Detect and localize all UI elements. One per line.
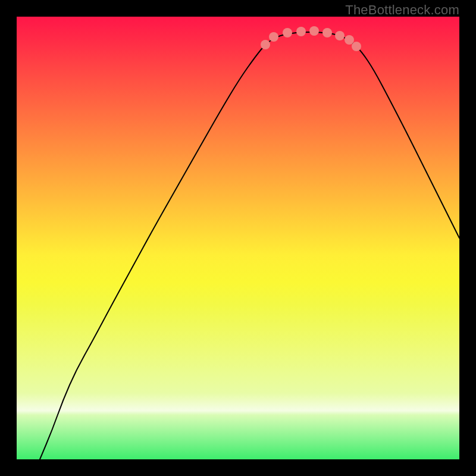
chart-svg (17, 17, 459, 459)
svg-point-7 (345, 35, 354, 45)
svg-point-3 (296, 27, 306, 36)
chart-container: TheBottleneck.com (0, 0, 476, 476)
chart-plot-area (17, 17, 459, 459)
scatter-points (261, 26, 361, 51)
svg-point-1 (269, 32, 278, 42)
bottleneck-curve (40, 32, 459, 459)
svg-point-2 (283, 28, 292, 37)
svg-point-8 (352, 42, 361, 51)
svg-point-6 (335, 31, 345, 40)
svg-point-5 (322, 28, 332, 37)
svg-point-4 (309, 26, 319, 36)
watermark-text: TheBottleneck.com (345, 2, 459, 18)
svg-point-0 (261, 40, 270, 49)
